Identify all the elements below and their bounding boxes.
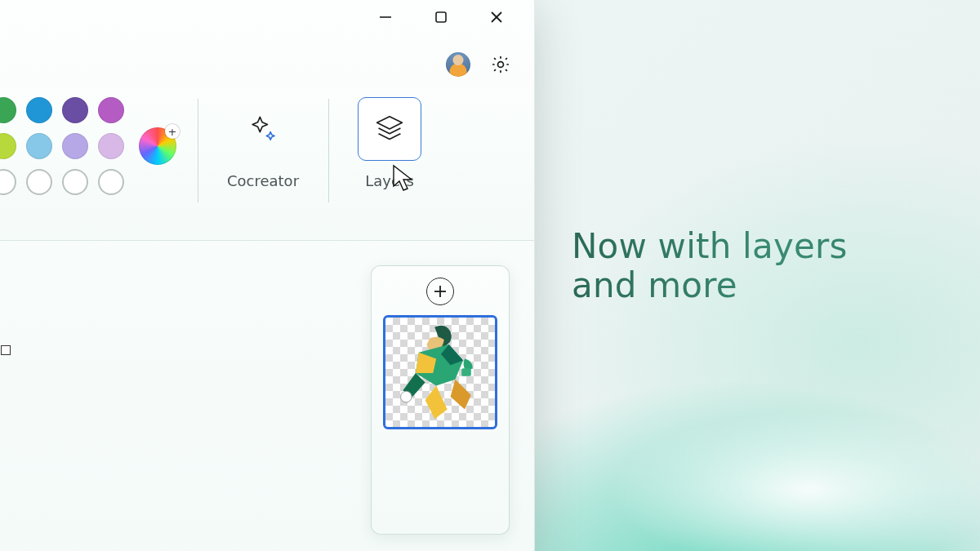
color-swatch[interactable] xyxy=(26,97,52,123)
add-layer-button[interactable] xyxy=(426,278,454,305)
cocreator-label: Cocreator xyxy=(219,172,307,189)
color-swatch[interactable] xyxy=(98,97,124,123)
minimize-button[interactable] xyxy=(359,0,412,38)
plus-icon xyxy=(433,284,448,299)
color-swatch[interactable] xyxy=(98,133,124,159)
cocreator-button[interactable] xyxy=(231,97,295,161)
svg-rect-1 xyxy=(436,12,446,22)
layer-thumbnail-selected[interactable] xyxy=(383,315,497,429)
svg-point-7 xyxy=(401,391,412,402)
layers-icon xyxy=(371,110,408,148)
color-swatch[interactable] xyxy=(0,133,16,159)
canvas-resize-handle[interactable] xyxy=(1,345,11,355)
close-button[interactable] xyxy=(470,0,523,38)
layers-label: Layers xyxy=(350,172,430,189)
color-swatch[interactable] xyxy=(26,133,52,159)
paint-app-window: + . Cocreator xyxy=(0,0,535,551)
promo-headline: Now with layers and more xyxy=(572,227,923,306)
color-swatch-empty[interactable] xyxy=(26,169,52,195)
close-icon xyxy=(489,10,504,24)
maximize-button[interactable] xyxy=(415,0,467,38)
svg-point-4 xyxy=(498,62,504,68)
color-swatch-empty[interactable] xyxy=(98,169,124,195)
color-palette: + xyxy=(0,97,176,195)
color-swatch[interactable] xyxy=(62,97,88,123)
edit-colors-button[interactable]: + xyxy=(139,127,176,165)
titlebar xyxy=(0,0,534,42)
color-swatch[interactable] xyxy=(0,97,16,123)
color-swatch[interactable] xyxy=(62,133,88,159)
color-swatch-empty[interactable] xyxy=(0,169,16,195)
color-swatch-empty[interactable] xyxy=(62,169,88,195)
color-swatch-grid xyxy=(0,97,124,195)
user-avatar[interactable] xyxy=(446,52,470,77)
ribbon-colors-section: + . xyxy=(0,92,198,225)
svg-rect-8 xyxy=(461,368,471,376)
sparkle-icon xyxy=(245,111,281,147)
ribbon: + . Cocreator xyxy=(0,87,534,241)
layers-button[interactable] xyxy=(358,97,421,161)
ribbon-layers-section: Layers xyxy=(328,92,451,225)
plus-icon: + xyxy=(165,124,180,139)
layers-panel xyxy=(371,265,510,535)
ribbon-cocreator-section: Cocreator xyxy=(198,92,328,225)
settings-button[interactable] xyxy=(488,52,513,77)
layer-artwork-icon xyxy=(389,321,492,424)
minimize-icon xyxy=(378,10,393,24)
gear-icon xyxy=(490,54,511,75)
maximize-icon xyxy=(434,11,448,24)
account-bar xyxy=(0,42,534,87)
